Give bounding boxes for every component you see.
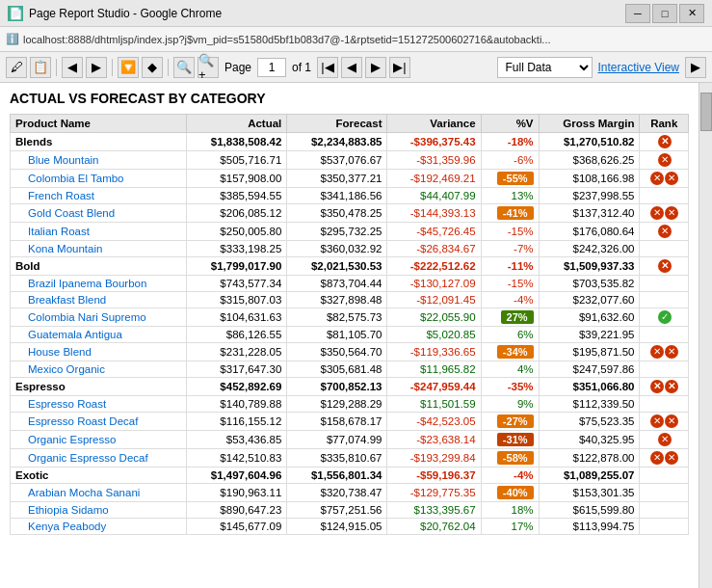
cell-gross-margin: $242,326.00 — [539, 241, 640, 257]
pv-badge: 27% — [501, 310, 534, 324]
cell-name[interactable]: Organic Espresso Decaf — [11, 449, 187, 468]
cell-forecast: $158,678.17 — [287, 413, 387, 431]
filter-button[interactable]: 🔽 — [118, 57, 139, 78]
table-row: Colombia Nari Supremo$104,631.63$82,575.… — [11, 308, 689, 327]
cell-name[interactable]: Gold Coast Blend — [11, 204, 187, 223]
cell-forecast: $537,076.67 — [287, 151, 387, 170]
forward-button[interactable]: ▶ — [86, 57, 107, 78]
cell-gross-margin: $703,535.82 — [539, 276, 640, 292]
new-button[interactable]: 🖊 — [6, 57, 27, 78]
col-header-gross-margin: Gross Margin — [539, 115, 640, 133]
minimize-button[interactable]: ─ — [625, 4, 650, 23]
copy-button[interactable]: 📋 — [30, 57, 51, 78]
close-button[interactable]: ✕ — [679, 4, 704, 23]
cell-actual: $116,155.12 — [187, 413, 287, 431]
cell-name[interactable]: Organic Espresso — [11, 431, 187, 449]
cell-forecast: $129,288.29 — [287, 396, 387, 413]
prev-page-button[interactable]: ◀ — [341, 57, 362, 78]
cell-name[interactable]: Colombia El Tambo — [11, 170, 187, 188]
cell-name[interactable]: House Blend — [11, 343, 187, 361]
interactive-view-link[interactable]: Interactive View — [598, 61, 680, 74]
cell-rank — [640, 502, 689, 519]
back-button[interactable]: ◀ — [62, 57, 83, 78]
next-page-button[interactable]: ▶ — [365, 57, 386, 78]
cell-pv: 9% — [481, 396, 539, 413]
address-bar: ℹ️ localhost:8888/dhtmljsp/index.jsp?j$v… — [0, 27, 712, 52]
cell-name[interactable]: Espresso Roast Decaf — [11, 413, 187, 431]
cell-pv: -11% — [481, 257, 539, 276]
cell-name[interactable]: Guatemala Antigua — [11, 327, 187, 343]
scroll-container: ACTUAL VS FORECAST BY CATEGORY Product N… — [0, 83, 712, 588]
cell-rank: ✓ — [640, 308, 689, 327]
cell-name[interactable]: Kona Mountain — [11, 241, 187, 257]
table-row: Exotic$1,497,604.96$1,556,801.34-$59,196… — [11, 468, 689, 484]
scrollbar-thumb[interactable] — [700, 93, 712, 131]
cell-forecast: $341,186.56 — [287, 188, 387, 204]
cell-gross-margin: $113,994.75 — [539, 519, 640, 535]
rank-x-icon-2: ✕ — [665, 345, 678, 359]
cell-variance: $20,762.04 — [387, 519, 481, 535]
report-table: Product Name Actual Forecast Variance %V… — [10, 114, 689, 535]
rank-x-icon: ✕ — [658, 225, 672, 238]
cell-gross-margin: $1,089,255.07 — [539, 468, 640, 484]
cell-rank — [640, 519, 689, 535]
window-controls: ─ □ ✕ — [625, 4, 704, 23]
cell-gross-margin: $176,080.64 — [539, 223, 640, 241]
col-header-name: Product Name — [11, 115, 187, 133]
pv-badge: -40% — [497, 486, 534, 499]
cell-rank: ✕ — [640, 223, 689, 241]
rank-x-icon-1: ✕ — [650, 345, 664, 359]
rank-x-icon-1: ✕ — [650, 206, 664, 220]
cell-name[interactable]: Mexico Organic — [11, 361, 187, 378]
cell-name[interactable]: Breakfast Blend — [11, 292, 187, 308]
diamond-button[interactable]: ◆ — [142, 57, 163, 78]
cell-name[interactable]: Ethiopia Sidamo — [11, 502, 187, 519]
cell-variance: -$45,726.45 — [387, 223, 481, 241]
maximize-button[interactable]: □ — [652, 4, 677, 23]
last-page-button[interactable]: ▶| — [389, 57, 410, 78]
table-row: Organic Espresso Decaf$142,510.83$335,81… — [11, 449, 689, 468]
zoom-in-button[interactable]: 🔍+ — [198, 57, 219, 78]
col-header-rank: Rank — [640, 115, 689, 133]
cell-variance: -$396,375.43 — [387, 133, 481, 151]
cell-name[interactable]: Blue Mountain — [11, 151, 187, 170]
cell-forecast: $320,738.47 — [287, 484, 387, 502]
cell-pv: -35% — [481, 378, 539, 396]
cell-name: Bold — [11, 257, 187, 276]
cell-gross-margin: $1,509,937.33 — [539, 257, 640, 276]
cell-gross-margin: $368,626.25 — [539, 151, 640, 170]
cell-name: Exotic — [11, 468, 187, 484]
cell-rank — [640, 468, 689, 484]
cell-variance: -$119,336.65 — [387, 343, 481, 361]
cell-actual: $1,838,508.42 — [187, 133, 287, 151]
cell-forecast: $1,556,801.34 — [287, 468, 387, 484]
cell-rank: ✕ — [640, 257, 689, 276]
cell-rank — [640, 361, 689, 378]
scrollbar-track[interactable] — [699, 83, 712, 588]
cell-name[interactable]: Espresso Roast — [11, 396, 187, 413]
zoom-out-button[interactable]: 🔍 — [173, 57, 195, 78]
col-header-forecast: Forecast — [287, 115, 387, 133]
table-row: Kenya Peabody$145,677.09$124,915.05$20,7… — [11, 519, 689, 535]
rank-x-icon-1: ✕ — [650, 451, 664, 465]
cell-name: Espresso — [11, 378, 187, 396]
interactive-view-button[interactable]: ▶ — [685, 57, 706, 78]
full-data-dropdown[interactable]: Full Data Filtered Data — [497, 57, 593, 78]
cell-name[interactable]: Arabian Mocha Sanani — [11, 484, 187, 502]
first-page-button[interactable]: |◀ — [317, 57, 338, 78]
cell-name[interactable]: Brazil Ipanema Bourbon — [11, 276, 187, 292]
cell-forecast: $295,732.25 — [287, 223, 387, 241]
rank-x-icon: ✕ — [658, 259, 672, 273]
cell-rank: ✕✕ — [640, 343, 689, 361]
page-input[interactable] — [257, 58, 286, 77]
cell-forecast: $305,681.48 — [287, 361, 387, 378]
cell-pv: 27% — [481, 308, 539, 327]
cell-name[interactable]: Colombia Nari Supremo — [11, 308, 187, 327]
cell-pv: -4% — [481, 292, 539, 308]
cell-forecast: $2,021,530.53 — [287, 257, 387, 276]
cell-rank: ✕ — [640, 133, 689, 151]
cell-name[interactable]: Kenya Peabody — [11, 519, 187, 535]
cell-name[interactable]: French Roast — [11, 188, 187, 204]
cell-gross-margin: $237,998.55 — [539, 188, 640, 204]
cell-name[interactable]: Italian Roast — [11, 223, 187, 241]
